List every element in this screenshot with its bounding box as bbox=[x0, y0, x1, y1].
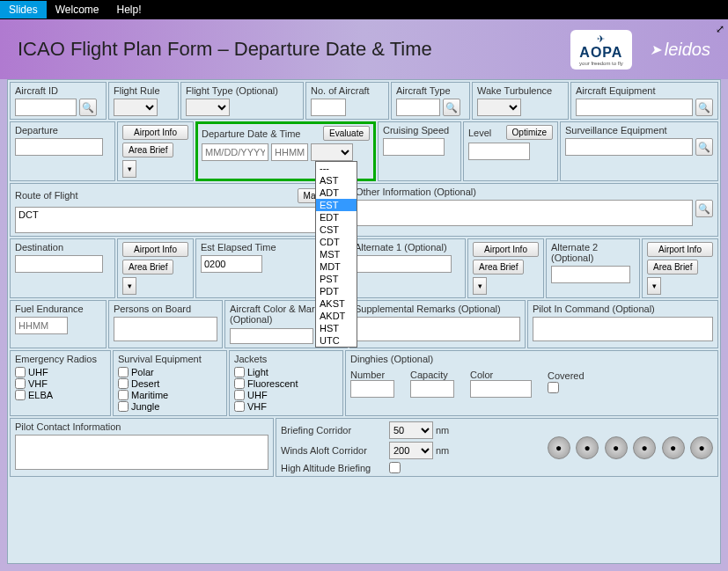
est-elapsed-input[interactable] bbox=[201, 255, 262, 273]
timezone-option[interactable]: CDT bbox=[316, 236, 357, 248]
page-title: ICAO Flight Plan Form – Departure Date &… bbox=[18, 38, 432, 61]
alt1-input[interactable] bbox=[355, 255, 452, 273]
emergency-radio-checkbox[interactable] bbox=[15, 367, 26, 377]
equipment-input[interactable] bbox=[576, 99, 693, 116]
alt2-airport-info-button[interactable]: Airport Info bbox=[647, 242, 713, 257]
aircraft-id-search-icon[interactable]: 🔍 bbox=[79, 99, 97, 116]
equipment-search-icon[interactable]: 🔍 bbox=[695, 99, 713, 116]
aircraft-id-input[interactable] bbox=[15, 99, 77, 116]
tab-welcome[interactable]: Welcome bbox=[47, 1, 108, 18]
tab-slides[interactable]: Slides bbox=[0, 1, 47, 18]
survival-checkbox[interactable] bbox=[118, 390, 129, 400]
timezone-option[interactable]: EDT bbox=[316, 211, 357, 223]
area-brief-button[interactable]: Area Brief bbox=[122, 143, 173, 157]
contact-label: Pilot Contact Information bbox=[15, 421, 268, 432]
timezone-option[interactable]: HST bbox=[316, 322, 357, 334]
dep-date-input[interactable] bbox=[202, 143, 268, 161]
airport-info-button[interactable]: Airport Info bbox=[122, 125, 188, 140]
optimize-button[interactable]: Optimize bbox=[506, 125, 553, 140]
surveillance-input[interactable] bbox=[565, 138, 693, 156]
survival-checkbox[interactable] bbox=[118, 401, 129, 412]
dinghy-covered-checkbox[interactable] bbox=[548, 382, 559, 393]
other-info-search-icon[interactable]: 🔍 bbox=[695, 200, 713, 217]
circle-button-6[interactable]: ● bbox=[690, 436, 713, 459]
area-brief-dropdown-icon[interactable]: ▾ bbox=[122, 160, 136, 178]
alt1-area-brief-dropdown-icon[interactable]: ▾ bbox=[473, 277, 487, 295]
surveillance-search-icon[interactable]: 🔍 bbox=[695, 138, 713, 156]
jacket-checkbox[interactable] bbox=[234, 401, 245, 412]
jacket-checkbox[interactable] bbox=[234, 390, 245, 400]
persons-textarea[interactable] bbox=[114, 317, 217, 341]
no-aircraft-input[interactable] bbox=[311, 99, 346, 116]
dinghy-capacity-input[interactable] bbox=[410, 380, 454, 398]
timezone-select[interactable] bbox=[311, 143, 353, 161]
winds-select[interactable]: 200 bbox=[389, 442, 433, 459]
jacket-label: Fluorescent bbox=[247, 378, 298, 389]
equipment-label: Aircraft Equipment bbox=[576, 85, 713, 96]
high-alt-label: High Altitude Briefing bbox=[281, 463, 386, 473]
persons-label: Persons on Board bbox=[114, 304, 217, 314]
dep-time-input[interactable] bbox=[271, 143, 308, 161]
aircraft-type-input[interactable] bbox=[396, 99, 440, 116]
dest-area-brief-button[interactable]: Area Brief bbox=[122, 260, 173, 275]
timezone-option[interactable]: ADT bbox=[316, 187, 357, 199]
dinghy-number-input[interactable] bbox=[350, 380, 394, 398]
route-textarea[interactable]: DCT bbox=[15, 207, 343, 233]
aircraft-type-search-icon[interactable]: 🔍 bbox=[443, 99, 460, 116]
timezone-option[interactable]: MST bbox=[316, 248, 357, 260]
timezone-option[interactable]: UTC bbox=[316, 334, 357, 347]
flight-type-select[interactable] bbox=[186, 99, 230, 116]
dest-airport-info-button[interactable]: Airport Info bbox=[122, 242, 188, 257]
alt2-input[interactable] bbox=[551, 266, 630, 283]
timezone-option[interactable]: CST bbox=[316, 223, 357, 236]
tab-help[interactable]: Help! bbox=[107, 1, 150, 18]
timezone-option[interactable]: PST bbox=[316, 273, 357, 285]
circle-button-1[interactable]: ● bbox=[548, 436, 570, 459]
high-alt-checkbox[interactable] bbox=[389, 462, 401, 473]
circle-button-4[interactable]: ● bbox=[633, 436, 656, 459]
wake-select[interactable] bbox=[477, 99, 521, 116]
level-input[interactable] bbox=[468, 143, 530, 160]
survival-checkbox[interactable] bbox=[118, 378, 129, 389]
expand-icon[interactable]: ⤢ bbox=[716, 23, 724, 35]
dep-datetime-label: Departure Date & Time bbox=[202, 128, 301, 139]
cruising-input[interactable] bbox=[383, 138, 445, 156]
dinghy-color-input[interactable] bbox=[470, 380, 532, 398]
alt1-airport-info-button[interactable]: Airport Info bbox=[473, 242, 539, 257]
survival-label: Desert bbox=[131, 378, 159, 389]
emergency-radio-checkbox[interactable] bbox=[15, 390, 26, 400]
emergency-radio-checkbox[interactable] bbox=[15, 378, 26, 389]
briefing-select[interactable]: 50 bbox=[389, 421, 433, 439]
survival-checkbox[interactable] bbox=[118, 367, 129, 377]
timezone-option[interactable]: AST bbox=[316, 174, 357, 187]
fuel-input[interactable] bbox=[15, 317, 68, 334]
destination-input[interactable] bbox=[15, 255, 103, 273]
departure-input[interactable] bbox=[15, 138, 103, 156]
color-textarea[interactable] bbox=[230, 328, 313, 344]
remarks-textarea[interactable] bbox=[355, 317, 520, 341]
survival-label: Maritime bbox=[131, 390, 168, 400]
fuel-label: Fuel Endurance bbox=[15, 304, 101, 314]
circle-button-2[interactable]: ● bbox=[576, 436, 599, 459]
timezone-option[interactable]: PDT bbox=[316, 285, 357, 297]
timezone-option[interactable]: --- bbox=[316, 162, 357, 174]
other-info-textarea[interactable] bbox=[356, 200, 693, 226]
circle-button-5[interactable]: ● bbox=[662, 436, 685, 459]
timezone-option[interactable]: AKDT bbox=[316, 310, 357, 322]
alt2-area-brief-button[interactable]: Area Brief bbox=[647, 260, 698, 275]
pilot-textarea[interactable] bbox=[533, 317, 713, 341]
leidos-logo: ➤ leidos bbox=[650, 40, 710, 60]
route-label: Route of Flight bbox=[15, 190, 78, 201]
flight-rule-select[interactable] bbox=[114, 99, 158, 116]
circle-button-3[interactable]: ● bbox=[605, 436, 628, 459]
evaluate-button[interactable]: Evaluate bbox=[323, 126, 370, 141]
jacket-checkbox[interactable] bbox=[234, 378, 245, 389]
dest-area-brief-dropdown-icon[interactable]: ▾ bbox=[122, 277, 136, 295]
contact-textarea[interactable] bbox=[15, 435, 268, 470]
timezone-option[interactable]: MDT bbox=[316, 260, 357, 273]
alt1-area-brief-button[interactable]: Area Brief bbox=[473, 260, 524, 275]
timezone-option[interactable]: EST bbox=[316, 199, 357, 211]
timezone-option[interactable]: AKST bbox=[316, 297, 357, 310]
jacket-checkbox[interactable] bbox=[234, 367, 245, 377]
alt2-area-brief-dropdown-icon[interactable]: ▾ bbox=[647, 277, 661, 295]
